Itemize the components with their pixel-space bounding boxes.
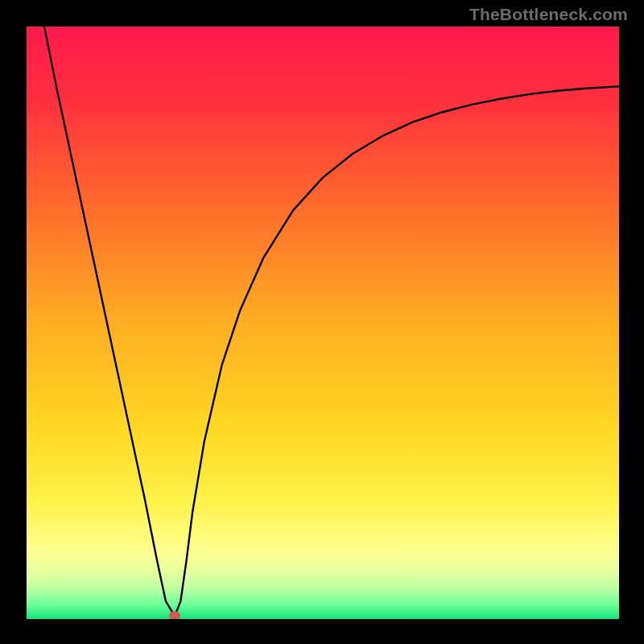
watermark-text: TheBottleneck.com — [469, 5, 628, 24]
minimum-point-marker — [169, 611, 180, 619]
plot-area — [27, 27, 619, 619]
bottleneck-curve — [27, 27, 619, 619]
chart-frame: TheBottleneck.com — [0, 0, 644, 644]
